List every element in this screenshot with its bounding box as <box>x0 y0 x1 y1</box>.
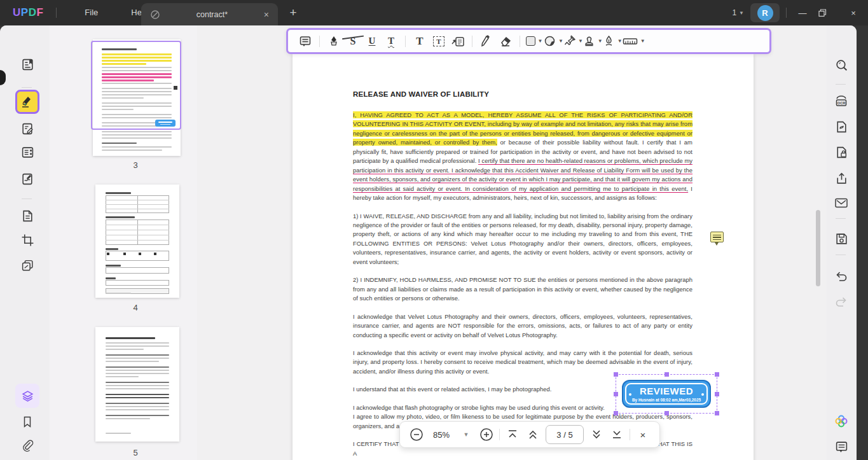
resize-handle[interactable] <box>715 411 719 415</box>
ocr-button[interactable]: OCR <box>834 94 849 109</box>
menu-file[interactable]: File <box>68 0 114 25</box>
sticky-note-annotation[interactable] <box>710 232 724 246</box>
underline-tool[interactable]: U <box>362 32 382 51</box>
squiggly-underline-tool[interactable]: T <box>382 32 401 51</box>
titlebar: UPDF File Help contract* × + 1▼ R — × <box>0 0 868 25</box>
eraser-tool[interactable] <box>496 32 515 51</box>
zoom-in-button[interactable] <box>479 426 494 443</box>
new-tab-button[interactable]: + <box>286 6 300 20</box>
previous-page-button[interactable] <box>525 426 541 443</box>
bookmark-button[interactable] <box>15 410 39 434</box>
chevron-down-icon: ▼ <box>617 38 623 44</box>
reader-tool-button[interactable] <box>15 52 39 76</box>
avatar: R <box>757 5 773 21</box>
rail-divider <box>836 254 846 255</box>
comment-tool-button-selected[interactable] <box>15 90 39 114</box>
resize-handle[interactable] <box>614 411 618 415</box>
restore-button[interactable] <box>818 9 837 17</box>
resize-handle[interactable] <box>665 411 669 415</box>
paragraph-4: I acknowledge that Velvet Lotus Photogra… <box>353 312 692 340</box>
measure-tool-dropdown[interactable]: ▼ <box>623 32 645 51</box>
convert-button[interactable] <box>834 119 849 134</box>
resize-handle[interactable] <box>614 372 618 377</box>
fill-sign-button[interactable] <box>15 167 39 191</box>
layers-button[interactable] <box>15 384 39 408</box>
resize-handle[interactable] <box>665 372 669 377</box>
zoom-out-button[interactable] <box>409 426 424 443</box>
close-pager-button[interactable]: × <box>635 426 651 443</box>
page-number-label: 5 <box>88 448 183 457</box>
stamp-selection-box[interactable]: REVIEWED By Husnain at 08:02 am,Mar03,20… <box>616 374 717 414</box>
text-callout-tool[interactable] <box>448 32 467 51</box>
last-page-button[interactable] <box>609 426 624 443</box>
search-button[interactable] <box>834 57 849 73</box>
resize-handle[interactable] <box>715 372 719 377</box>
tab-close-icon[interactable]: × <box>264 10 269 20</box>
thumbnail-page-3[interactable]: 3 <box>88 37 183 171</box>
text-box-tool[interactable]: T <box>433 36 444 46</box>
resize-handle[interactable] <box>614 392 618 396</box>
first-page-button[interactable] <box>505 426 520 443</box>
stamp-byline: By Husnain at 08:02 am,Mar03,2025 <box>623 398 710 402</box>
minimize-button[interactable]: — <box>793 8 812 18</box>
sticker-tool-dropdown[interactable]: ▼ <box>544 32 563 51</box>
updf-ai-button[interactable] <box>834 414 849 429</box>
reviewed-stamp[interactable]: REVIEWED By Husnain at 08:02 am,Mar03,20… <box>622 380 711 408</box>
strikethrough-tool[interactable]: S <box>343 32 362 51</box>
share-button[interactable] <box>834 171 849 186</box>
signature-tool-dropdown[interactable]: ▼ <box>603 32 623 51</box>
comments-panel-button[interactable] <box>834 439 849 454</box>
chevron-down-icon: ▼ <box>598 38 603 44</box>
stamp-tool-dropdown[interactable]: ▼ <box>583 32 603 51</box>
mail-button[interactable] <box>834 195 849 211</box>
text-comment-tool[interactable]: T <box>410 32 429 51</box>
paragraph-1: I, HAVING AGREED TO ACT AS A MODEL, HERE… <box>353 111 692 203</box>
page-navigation-bar: 85% ▼ 3 / 5 × <box>399 421 660 448</box>
mini-note-icon <box>174 86 177 90</box>
thumbnail-panel: 3 <box>50 25 197 460</box>
tab-title: contract* <box>160 10 264 19</box>
resize-handle[interactable] <box>715 392 719 396</box>
account-button[interactable]: R <box>750 3 780 22</box>
watermark-pages-button[interactable] <box>15 253 39 277</box>
crop-tool-button[interactable] <box>15 228 39 252</box>
pin-tool-dropdown[interactable]: ▼ <box>563 32 583 51</box>
rail-divider <box>22 87 32 88</box>
updf-logo: UPDF <box>13 6 43 19</box>
pencil-tool[interactable] <box>477 32 496 51</box>
paragraph-5: I acknowledge that this activity or even… <box>353 349 692 376</box>
tab-count-dropdown[interactable]: 1▼ <box>732 8 744 17</box>
vertical-scrollbar[interactable] <box>816 210 820 286</box>
next-page-button[interactable] <box>589 426 604 443</box>
sticky-note-tool[interactable] <box>296 32 315 51</box>
document-tab[interactable]: contract* × <box>141 3 278 25</box>
main-panel: 3 <box>0 25 857 460</box>
page-indicator-input[interactable]: 3 / 5 <box>546 425 584 444</box>
annotation-circle-icon <box>150 10 160 20</box>
protect-button[interactable] <box>834 144 849 160</box>
zoom-dropdown-caret[interactable]: ▼ <box>458 426 474 443</box>
paragraph-2: 1) I WAIVE, RELEASE, AND DISCHARGE from … <box>353 212 692 267</box>
annotation-toolbar: S U T T T ▼ ▼ ▼ ▼ <box>286 28 771 54</box>
save-button[interactable] <box>834 231 849 246</box>
page-number-label: 3 <box>88 160 183 170</box>
shape-tool-dropdown[interactable]: ▼ <box>525 32 544 51</box>
titlebar-divider <box>56 8 57 18</box>
edit-tool-button[interactable] <box>15 116 39 141</box>
chevron-down-icon: ▼ <box>578 38 583 44</box>
chevron-down-icon: ▼ <box>640 38 645 44</box>
undo-button[interactable] <box>834 268 849 284</box>
attachment-button[interactable] <box>15 433 39 457</box>
zoom-level[interactable]: 85% <box>429 426 453 443</box>
chevron-down-icon: ▼ <box>538 38 543 44</box>
convert-page-button[interactable] <box>15 204 39 228</box>
stamp-label: REVIEWED <box>623 386 710 396</box>
redo-button-disabled[interactable] <box>834 294 849 309</box>
highlight-tool[interactable] <box>324 32 343 51</box>
thumbnail-page-5[interactable]: 5 <box>88 324 183 459</box>
thumbnail-page-4[interactable]: 4 <box>88 182 183 316</box>
close-window-button[interactable]: × <box>844 8 863 18</box>
organize-pages-button[interactable] <box>15 140 39 164</box>
chevron-down-icon: ▼ <box>558 38 563 44</box>
left-tool-rail <box>0 25 50 460</box>
